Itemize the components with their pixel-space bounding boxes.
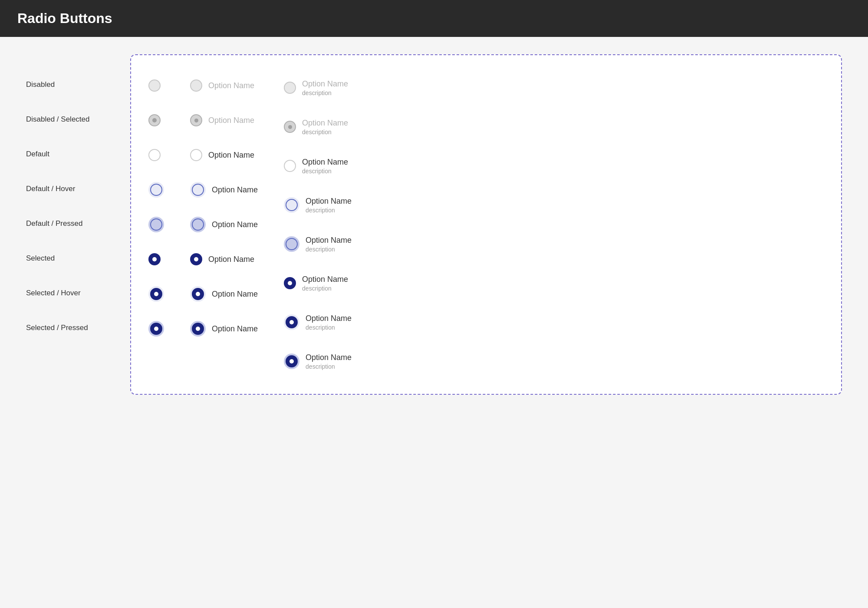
radio-row-selected-pressed [148,311,164,346]
col3-label-disabled: Option Name [302,79,348,89]
col3-radio-disabled-selected[interactable] [284,121,296,133]
col2-radio-default[interactable] [190,149,202,161]
col2-radio-default-pressed[interactable] [192,218,204,231]
col2-radio-default-hover[interactable] [192,184,204,196]
radio-row-default [148,138,161,172]
col2-label-disabled-selected: Option Name [208,116,254,125]
radio-selected[interactable] [148,253,161,265]
col3-radio-default[interactable] [284,160,296,172]
col2-row-selected: Option Name [190,242,254,277]
radio-row-disabled-selected [148,103,161,138]
col3-row-selected: Option Name description [284,264,348,303]
col2-row-default: Option Name [190,138,254,172]
col3-row-selected-pressed: Option Name description [284,342,352,381]
col3-radio-selected[interactable] [284,277,296,289]
radio-selected-hover[interactable] [150,288,162,300]
col2-radio-label: Option Name Option Name Option Name Opti… [190,68,258,381]
col3-label-default: Option Name [302,158,348,167]
col3-row-default-pressed: Option Name description [284,225,352,264]
col1-radio-only [148,68,164,381]
page-title: Radio Buttons [17,10,851,26]
col2-radio-disabled-selected[interactable] [190,114,202,126]
col3-outer-default-hover [284,197,299,213]
radio-outer-default-pressed [148,217,164,232]
col3-desc-selected: description [302,285,348,292]
col3-desc-selected-pressed: description [306,363,352,370]
label-default: Default [26,137,113,172]
col2-row-disabled: Option Name [190,68,254,103]
page-content: Disabled Disabled / Selected Default Def… [0,37,868,412]
col2-row-selected-pressed: Option Name [190,311,258,346]
col2-radio-selected-hover[interactable] [192,288,204,300]
col3-text-selected-pressed: Option Name description [306,353,352,370]
radio-default[interactable] [148,149,161,161]
col3-radio-selected-hover[interactable] [286,316,298,328]
col2-outer-selected-pressed [190,321,206,337]
col2-outer-default-hover [190,182,206,198]
col3-row-default-hover: Option Name description [284,185,352,225]
radio-selected-pressed[interactable] [150,323,162,335]
col3-label-selected-pressed: Option Name [306,353,352,362]
label-selected-pressed: Selected / Pressed [26,311,113,345]
radio-default-pressed[interactable] [150,218,162,231]
radio-disabled[interactable] [148,79,161,92]
label-default-hover: Default / Hover [26,172,113,206]
col3-desc-default: description [302,168,348,175]
col3-label-selected-hover: Option Name [306,314,352,323]
col3-text-default-hover: Option Name description [306,197,352,214]
col3-radio-default-hover[interactable] [286,199,298,211]
col3-desc-default-pressed: description [306,246,352,253]
col3-radio-selected-pressed[interactable] [286,355,298,367]
col2-outer-default-pressed [190,217,206,232]
col3-outer-selected-hover [284,314,299,330]
page-header: Radio Buttons [0,0,868,37]
radio-outer-selected-pressed [148,321,164,337]
col2-label-selected: Option Name [208,255,254,264]
labels-column: Disabled Disabled / Selected Default Def… [26,54,113,345]
col2-row-default-pressed: Option Name [190,207,258,242]
col2-row-selected-hover: Option Name [190,277,258,311]
label-selected-hover: Selected / Hover [26,276,113,311]
label-disabled: Disabled [26,67,113,102]
col3-label-default-hover: Option Name [306,197,352,206]
demo-container: Option Name Option Name Option Name Opti… [130,54,842,395]
col2-label-default-hover: Option Name [212,185,258,195]
col3-row-default: Option Name description [284,146,348,185]
col3-text-default-pressed: Option Name description [306,236,352,253]
col3-text-disabled: Option Name description [302,79,348,96]
col3-desc-selected-hover: description [306,324,352,331]
col2-row-disabled-selected: Option Name [190,103,254,138]
col2-label-default: Option Name [208,151,254,160]
radio-row-default-hover [148,172,164,207]
radio-default-hover[interactable] [150,184,162,196]
col3-row-selected-hover: Option Name description [284,303,352,342]
col2-label-selected-pressed: Option Name [212,324,258,334]
col3-text-disabled-selected: Option Name description [302,119,348,135]
col2-radio-selected[interactable] [190,253,202,265]
col3-radio-label-desc: Option Name description Option Name desc… [284,68,352,381]
col3-text-selected: Option Name description [302,275,348,292]
col2-radio-disabled[interactable] [190,79,202,92]
col3-row-disabled: Option Name description [284,68,348,107]
col3-label-disabled-selected: Option Name [302,119,348,128]
col3-outer-selected-pressed [284,354,299,369]
col3-label-default-pressed: Option Name [306,236,352,245]
col3-row-disabled-selected: Option Name description [284,107,348,146]
col3-outer-default-pressed [284,236,299,252]
radio-row-selected-hover [148,277,164,311]
col2-radio-selected-pressed[interactable] [192,323,204,335]
col3-desc-default-hover: description [306,207,352,214]
col2-label-disabled: Option Name [208,81,254,90]
col2-row-default-hover: Option Name [190,172,258,207]
col3-radio-disabled[interactable] [284,82,296,94]
col3-desc-disabled: description [302,89,348,96]
radio-outer-selected-hover [148,286,164,302]
radio-row-default-pressed [148,207,164,242]
col3-radio-default-pressed[interactable] [286,238,298,250]
label-selected: Selected [26,241,113,276]
label-disabled-selected: Disabled / Selected [26,102,113,137]
radio-outer-default-hover [148,182,164,198]
col2-label-default-pressed: Option Name [212,220,258,229]
col3-desc-disabled-selected: description [302,129,348,135]
radio-disabled-selected[interactable] [148,114,161,126]
